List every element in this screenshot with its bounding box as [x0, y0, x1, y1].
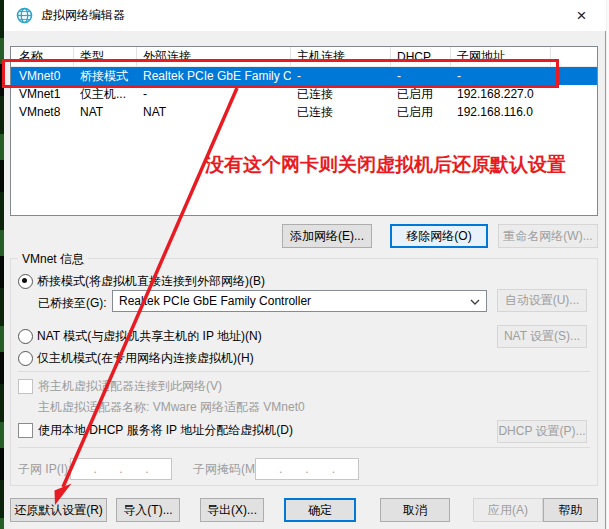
table-row-vmnet1[interactable]: VMnet1 仅主机... - 已连接 已启用 192.168.227.0 — [11, 85, 597, 103]
host-only-mode-radio[interactable] — [18, 351, 33, 366]
nat-mode-radio[interactable] — [18, 329, 33, 344]
nat-mode-label[interactable]: NAT 模式(与虚拟机共享主机的 IP 地址)(N) — [37, 328, 262, 345]
cell-host: 已连接 — [291, 85, 391, 103]
import-button[interactable]: 导入(T)... — [116, 498, 180, 522]
nat-settings-button: NAT 设置(S)... — [497, 325, 587, 348]
cell-type: 仅主机... — [74, 85, 137, 103]
ip-dot: . — [279, 462, 282, 476]
ip-dot: . — [332, 462, 335, 476]
bridged-to-label: 已桥接至(G): — [38, 295, 107, 312]
cell-subnet: 192.168.227.0 — [451, 85, 551, 103]
cell-dhcp: 已启用 — [391, 85, 451, 103]
help-button[interactable]: 帮助 — [543, 498, 598, 522]
cell-host: 已连接 — [291, 103, 391, 121]
vmnet-info-label: VMnet 信息 — [18, 251, 88, 268]
restore-defaults-button[interactable]: 还原默认设置(R) — [10, 498, 107, 522]
window-title: 虚拟网络编辑器 — [41, 7, 125, 24]
close-icon[interactable]: × — [559, 0, 604, 31]
host-adapter-name: 主机虚拟适配器名称: VMware 网络适配器 VMnet0 — [38, 399, 305, 416]
network-table: 名称 类型 外部连接 主机连接 DHCP 子网地址 VMnet0 桥接模式 Re… — [10, 46, 598, 216]
bridged-mode-radio[interactable] — [18, 274, 33, 289]
column-header-host[interactable]: 主机连接 — [291, 47, 391, 66]
cell-name: VMnet1 — [11, 85, 74, 103]
cell-name: VMnet0 — [11, 67, 74, 85]
export-button[interactable]: 导出(X)... — [200, 498, 264, 522]
subnet-mask-input: . . . — [255, 458, 359, 480]
cell-subnet: 192.168.116.0 — [451, 103, 551, 121]
rename-network-button: 重命名网络(W)... — [498, 224, 598, 248]
bridged-adapter-value: Realtek PCIe GbE Family Controller — [119, 294, 470, 308]
cell-external: NAT — [137, 103, 291, 121]
cell-dhcp: 已启用 — [391, 103, 451, 121]
cell-subnet: - — [451, 67, 551, 85]
local-dhcp-label[interactable]: 使用本地 DHCP 服务将 IP 地址分配给虚拟机(D) — [38, 422, 293, 439]
globe-icon — [15, 7, 33, 25]
chevron-down-icon — [470, 294, 480, 308]
cell-external: Realtek PCIe GbE Family Co... — [137, 67, 291, 85]
ip-dot: . — [305, 462, 308, 476]
separator — [18, 371, 590, 372]
subnet-ip-label: 子网 IP(I): — [18, 461, 71, 478]
table-row-vmnet8[interactable]: VMnet8 NAT NAT 已连接 已启用 192.168.116.0 — [11, 103, 597, 121]
ip-dot: . — [119, 462, 122, 476]
remove-network-button[interactable]: 移除网络(O) — [390, 224, 488, 248]
local-dhcp-checkbox[interactable] — [18, 423, 33, 438]
subnet-ip-input: . . . — [70, 458, 172, 480]
subnet-mask-label: 子网掩码(M): — [193, 461, 262, 478]
virtual-network-editor-window: 虚拟网络编辑器 × 名称 类型 外部连接 主机连接 DHCP 子网地址 VMne… — [0, 0, 609, 529]
column-header-filler — [551, 47, 597, 66]
bridged-adapter-select[interactable]: Realtek PCIe GbE Family Controller — [112, 290, 487, 312]
add-network-button[interactable]: 添加网络(E)... — [282, 224, 372, 248]
cell-type: NAT — [74, 103, 137, 121]
cancel-button[interactable]: 取消 — [380, 498, 450, 522]
column-header-name[interactable]: 名称 — [11, 47, 74, 66]
separator — [18, 447, 590, 448]
ip-dot: . — [145, 462, 148, 476]
cell-name: VMnet8 — [11, 103, 74, 121]
apply-button: 应用(A) — [473, 498, 543, 522]
column-header-external[interactable]: 外部连接 — [137, 47, 291, 66]
column-header-type[interactable]: 类型 — [74, 47, 137, 66]
table-row-vmnet0[interactable]: VMnet0 桥接模式 Realtek PCIe GbE Family Co..… — [11, 67, 597, 85]
ip-dot: . — [93, 462, 96, 476]
host-only-mode-label[interactable]: 仅主机模式(在专用网络内连接虚拟机)(H) — [37, 350, 254, 367]
cell-type: 桥接模式 — [74, 67, 137, 85]
connect-host-adapter-label: 将主机虚拟适配器连接到此网络(V) — [38, 378, 222, 395]
cell-dhcp: - — [391, 67, 451, 85]
cell-external: - — [137, 85, 291, 103]
connect-host-adapter-checkbox — [18, 379, 33, 394]
table-header: 名称 类型 外部连接 主机连接 DHCP 子网地址 — [11, 47, 597, 67]
column-header-subnet[interactable]: 子网地址 — [451, 47, 551, 66]
auto-settings-button: 自动设置(U)... — [497, 289, 587, 312]
column-header-dhcp[interactable]: DHCP — [391, 47, 451, 66]
dhcp-settings-button: DHCP 设置(P)... — [497, 420, 587, 443]
cell-host: - — [291, 67, 391, 85]
ok-button[interactable]: 确定 — [284, 498, 356, 522]
bridged-mode-label[interactable]: 桥接模式(将虚拟机直接连接到外部网络)(B) — [37, 273, 265, 290]
titlebar: 虚拟网络编辑器 × — [4, 0, 606, 31]
